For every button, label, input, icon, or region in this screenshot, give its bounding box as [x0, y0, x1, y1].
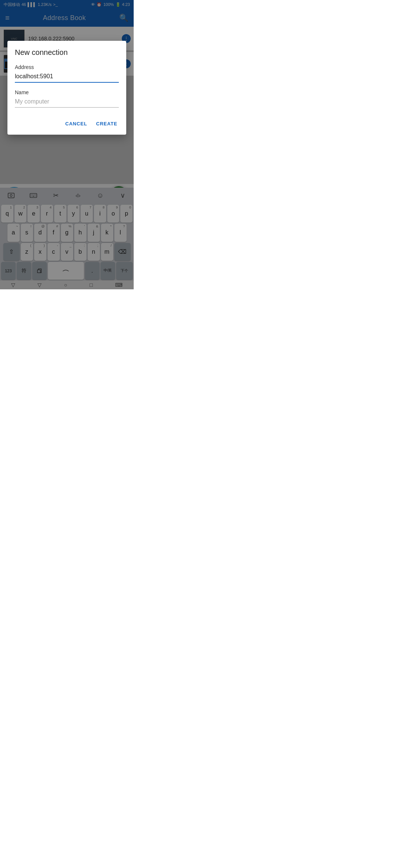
create-button[interactable]: CREATE [95, 118, 119, 129]
name-label: Name [15, 89, 119, 95]
address-label: Address [15, 64, 119, 70]
name-input[interactable] [15, 97, 119, 108]
dialog-title: New connection [15, 48, 119, 57]
dialog-actions: CANCEL CREATE [15, 118, 119, 129]
cancel-button[interactable]: CANCEL [64, 118, 89, 129]
new-connection-dialog: New connection Address Name CANCEL CREAT… [7, 41, 126, 135]
address-input[interactable] [15, 72, 119, 83]
